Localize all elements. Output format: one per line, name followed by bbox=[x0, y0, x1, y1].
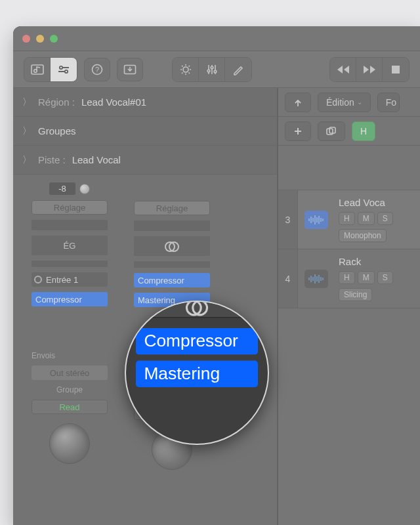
add-track-button[interactable] bbox=[285, 121, 311, 141]
track-number: 4 bbox=[278, 249, 298, 308]
track-header[interactable]: 〉 Piste : Lead Vocal bbox=[13, 146, 277, 175]
settings-button[interactable]: Réglage bbox=[134, 201, 210, 215]
svg-line-16 bbox=[182, 72, 183, 74]
chevron-right-icon: 〉 bbox=[22, 96, 32, 108]
svg-rect-0 bbox=[32, 65, 43, 74]
plugin-slot-compressor[interactable]: Compressor bbox=[32, 292, 108, 306]
fast-forward-button[interactable] bbox=[356, 58, 383, 81]
waveform-icon bbox=[304, 270, 328, 288]
svg-line-15 bbox=[188, 72, 190, 74]
track-number: 3 bbox=[278, 190, 298, 249]
divider bbox=[32, 261, 108, 267]
sends-label: Envois bbox=[32, 351, 108, 360]
gain-knob[interactable] bbox=[79, 184, 90, 194]
track-name: Lead Voca bbox=[339, 197, 416, 208]
svg-point-2 bbox=[60, 66, 62, 68]
meter-slot bbox=[32, 220, 108, 230]
plugin-slot-compressor[interactable]: Compressor bbox=[136, 328, 258, 354]
download-button[interactable] bbox=[117, 58, 143, 81]
group-label[interactable]: Groupe bbox=[32, 385, 108, 394]
input-slot[interactable]: Entrée 1 bbox=[32, 272, 108, 287]
plugin-slot-mastering[interactable]: Mastering bbox=[136, 361, 258, 387]
groups-header[interactable]: 〉 Groupes bbox=[13, 117, 277, 146]
track-solo-chip[interactable]: S bbox=[377, 212, 393, 225]
stereo-icon bbox=[186, 301, 208, 314]
output-slot[interactable]: Out stéréo bbox=[32, 366, 108, 380]
track-row-spacer bbox=[278, 146, 420, 190]
library-button[interactable] bbox=[24, 58, 51, 81]
track-icon bbox=[298, 190, 335, 249]
divider bbox=[134, 261, 210, 268]
track-row[interactable]: 3 Lead Voca H M S Monophon bbox=[278, 190, 420, 249]
track-mode-chip[interactable]: Monophon bbox=[339, 229, 387, 242]
rewind-button[interactable] bbox=[330, 58, 356, 81]
track-icon bbox=[298, 249, 335, 308]
track-hide-chip[interactable]: H bbox=[339, 271, 355, 284]
maximize-button[interactable] bbox=[50, 35, 58, 43]
track-mode-chip[interactable]: Slicing bbox=[339, 288, 372, 301]
meter-slot bbox=[134, 220, 210, 231]
track-row[interactable]: 4 Rack H M S Slicing bbox=[278, 249, 420, 308]
plugin-slot-compressor[interactable]: Compressor bbox=[134, 273, 210, 287]
inspector-toggle-button[interactable] bbox=[51, 58, 77, 81]
track-name: Lead Vocal bbox=[72, 154, 121, 165]
eq-slot[interactable]: ÉG bbox=[32, 236, 108, 255]
automation-mode[interactable]: Read bbox=[32, 400, 108, 414]
help-button[interactable]: ? bbox=[84, 58, 110, 81]
display-mode-button[interactable] bbox=[173, 58, 199, 81]
minimize-button[interactable] bbox=[36, 35, 44, 43]
svg-point-23 bbox=[214, 70, 217, 73]
input-label: Entrée 1 bbox=[46, 275, 78, 285]
track-toolbar: H bbox=[278, 117, 420, 146]
go-up-button[interactable] bbox=[285, 93, 311, 112]
svg-text:?: ? bbox=[95, 66, 99, 74]
region-header[interactable]: 〉 Région : Lead Vocal#01 bbox=[13, 88, 277, 117]
mixer-button[interactable] bbox=[199, 58, 225, 81]
track-hide-chip[interactable]: H bbox=[339, 212, 355, 225]
chevron-right-icon: 〉 bbox=[22, 125, 32, 137]
track-label: Piste : bbox=[38, 154, 66, 165]
input-ring-icon bbox=[34, 276, 42, 284]
track-mute-chip[interactable]: M bbox=[358, 212, 375, 225]
stereo-slot[interactable] bbox=[134, 236, 210, 256]
svg-point-9 bbox=[183, 67, 188, 72]
track-solo-chip[interactable]: S bbox=[377, 271, 393, 284]
main-toolbar: ? bbox=[13, 51, 420, 88]
edit-menu[interactable]: Édition⌄ bbox=[318, 93, 371, 112]
region-name: Lead Vocal#01 bbox=[81, 96, 146, 108]
svg-point-22 bbox=[211, 66, 213, 69]
settings-button[interactable]: Réglage bbox=[32, 200, 108, 215]
edit-tool-button[interactable] bbox=[225, 58, 251, 81]
svg-line-17 bbox=[188, 66, 190, 67]
pan-knob[interactable] bbox=[49, 423, 90, 464]
stop-button[interactable] bbox=[383, 58, 409, 81]
channel-strip-1: -8 Réglage ÉG Entrée 1 Compressor Envois bbox=[32, 182, 108, 470]
close-button[interactable] bbox=[22, 35, 30, 43]
region-label: Région : bbox=[38, 96, 75, 108]
svg-line-14 bbox=[182, 66, 183, 67]
chevron-right-icon: 〉 bbox=[22, 154, 32, 166]
groups-label: Groupes bbox=[38, 125, 76, 136]
chevron-down-icon: ⌄ bbox=[357, 98, 362, 106]
magnifier-callout: Compressor Mastering bbox=[125, 301, 269, 445]
svg-point-4 bbox=[65, 70, 68, 72]
stereo-icon bbox=[165, 242, 179, 251]
track-list: 3 Lead Voca H M S Monophon bbox=[278, 146, 420, 525]
hide-toggle[interactable]: H bbox=[352, 121, 375, 141]
window-titlebar bbox=[13, 26, 420, 51]
functions-menu[interactable]: Fo bbox=[377, 93, 400, 112]
track-mute-chip[interactable]: M bbox=[358, 271, 375, 284]
gain-value[interactable]: -8 bbox=[49, 182, 75, 195]
waveform-icon bbox=[304, 211, 328, 229]
svg-point-21 bbox=[207, 70, 210, 72]
svg-rect-24 bbox=[392, 66, 400, 74]
duplicate-track-button[interactable] bbox=[318, 121, 345, 141]
track-name: Rack bbox=[339, 256, 416, 267]
editor-toolbar: Édition⌄ Fo bbox=[278, 88, 420, 117]
